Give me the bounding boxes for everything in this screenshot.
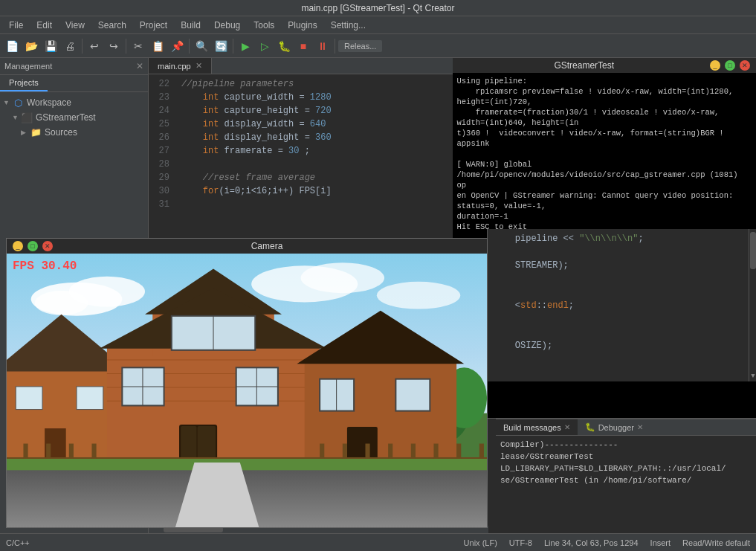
menu-view[interactable]: View — [59, 19, 91, 32]
status-left: C/C++ — [6, 538, 30, 547]
editor-tabs: main.cpp ✕ — [149, 58, 453, 74]
debug-button[interactable]: 🐛 — [275, 37, 293, 55]
toolbar-sep-5 — [335, 39, 335, 54]
menu-edit[interactable]: Edit — [30, 19, 58, 32]
title-bar: main.cpp [GStreamerTest] - Qt Creator — [0, 0, 756, 16]
menu-tools[interactable]: Tools — [248, 19, 280, 32]
gstreamer-title-bar: GStreamerTest _ □ ✕ — [453, 58, 757, 73]
tree-item-sources[interactable]: ▶ 📁 Sources — [18, 125, 148, 140]
new-file-button[interactable]: 📄 — [3, 37, 21, 55]
rc-line-1: pipeline << "\\n\\n\\n"; — [494, 232, 750, 245]
rc-line-2 — [494, 245, 750, 259]
menu-debug[interactable]: Debug — [208, 19, 246, 32]
term-line-5 — [457, 149, 752, 159]
cut-button[interactable]: ✂ — [129, 37, 147, 55]
menu-plugins[interactable]: Plugins — [282, 19, 323, 32]
right-code-scrollbar-thumb[interactable] — [750, 232, 756, 269]
replace-button[interactable]: 🔄 — [212, 37, 230, 55]
right-code-panel: pipeline << "\\n\\n\\n"; STREAMER); <std… — [487, 229, 756, 381]
build-tab-label: Build messages — [503, 423, 561, 432]
camera-close-button[interactable]: ✕ — [42, 241, 53, 251]
ln-29: 29 — [155, 171, 169, 184]
app-window: main.cpp [GStreamerTest] - Qt Creator Fi… — [0, 0, 756, 551]
tab-projects[interactable]: Projects — [0, 75, 48, 91]
ln-23: 23 — [155, 91, 169, 104]
scroll-down-arrow[interactable]: ▼ — [749, 371, 756, 381]
right-code-scrollbar[interactable]: ▼ — [749, 229, 756, 381]
svg-rect-58 — [7, 459, 487, 470]
title-text: main.cpp [GStreamerTest] - Qt Creator — [301, 3, 454, 13]
svg-rect-17 — [16, 387, 42, 410]
status-bar: C/C++ Unix (LF) UTF-8 Line 34, Col 63, P… — [0, 533, 756, 551]
tree-item-project[interactable]: ▼ ⬛ GStreamerTest — [9, 110, 148, 125]
camera-minimize-button[interactable]: _ — [13, 241, 23, 251]
menu-project[interactable]: Project — [134, 19, 173, 32]
tree-item-workspace[interactable]: ▼ ⬡ Workspace — [0, 95, 148, 110]
minimize-button[interactable]: _ — [710, 60, 720, 71]
search-button[interactable]: 🔍 — [193, 37, 210, 55]
camera-scene — [7, 254, 487, 527]
menu-search[interactable]: Search — [92, 19, 132, 32]
panel-header: Management ✕ — [0, 58, 148, 75]
paste-button[interactable]: 📌 — [168, 37, 186, 55]
build-line-4: se/GStreamerTest (in /home/pi/software/ — [500, 474, 752, 486]
sources-label: Sources — [45, 127, 77, 138]
project-icon: ⬛ — [21, 112, 33, 123]
menu-build[interactable]: Build — [175, 19, 207, 32]
build-run-button[interactable]: ▶ — [236, 37, 254, 55]
status-encoding: UTF-8 — [509, 538, 532, 547]
rc-line-3: STREAMER); — [494, 259, 750, 272]
rc-line-9: OSIZE); — [494, 339, 750, 352]
workspace-label: Workspace — [27, 97, 71, 108]
camera-content: FPS 30.40 — [7, 254, 487, 527]
copy-button[interactable]: 📋 — [149, 37, 167, 55]
code-line-23: int capture_width = 1280 — [181, 91, 447, 104]
workspace-arrow: ▼ — [3, 99, 12, 106]
build-tab-close[interactable]: ✕ — [564, 423, 570, 431]
fps-display: FPS 30.40 — [13, 260, 77, 273]
build-line-2: lease/GStreamerTest — [500, 451, 752, 463]
tab-debugger[interactable]: 🐛 Debugger ✕ — [578, 419, 650, 435]
term-line-8: duration=-1 — [457, 211, 752, 222]
redo-button[interactable]: ↪ — [105, 37, 123, 55]
window-controls: _ □ ✕ — [710, 60, 750, 71]
code-line-25: int display_width = 640 — [181, 117, 447, 131]
status-position: Line 34, Col 63, Pos 1294 — [544, 538, 639, 547]
code-line-26: int display_height = 360 — [181, 131, 447, 144]
term-line-2: rpicamsrc preview=false ! video/x-raw, w… — [457, 86, 752, 107]
debugger-tab-close[interactable]: ✕ — [637, 423, 643, 431]
rc-line-7 — [494, 312, 750, 326]
bottom-tabs: Build messages ✕ 🐛 Debugger ✕ ✕ — [496, 419, 756, 436]
project-label: GStreamerTest — [36, 112, 96, 123]
maximize-button[interactable]: □ — [725, 60, 735, 71]
open-file-button[interactable]: 📂 — [22, 37, 40, 55]
tab-build-messages[interactable]: Build messages ✕ — [496, 419, 578, 435]
tab-close-button[interactable]: ✕ — [196, 61, 202, 71]
editor-tab-main[interactable]: main.cpp ✕ — [149, 58, 212, 74]
sources-arrow: ▶ — [21, 129, 30, 136]
code-line-24: int capture_height = 720 — [181, 104, 447, 117]
rc-line-6: <std::endl; — [494, 299, 750, 312]
toolbar-sep-2 — [126, 39, 126, 54]
undo-button[interactable]: ↩ — [85, 37, 103, 55]
sources-icon: 📁 — [30, 126, 42, 138]
save-button[interactable]: 💾 — [42, 37, 59, 55]
close-button[interactable]: ✕ — [740, 60, 750, 71]
ln-25: 25 — [155, 117, 169, 131]
build-line-3: LD_LIBRARY_PATH=$LD_LIBRARY_PATH:.:/usr/… — [500, 463, 752, 474]
tab-filename: main.cpp — [158, 62, 191, 71]
break-button[interactable]: ⏸ — [314, 37, 332, 55]
camera-win-controls: _ □ ✕ — [13, 241, 53, 251]
release-selector[interactable]: Releas... — [338, 40, 382, 52]
run-button[interactable]: ▷ — [256, 37, 274, 55]
stop-button[interactable]: ■ — [294, 37, 312, 55]
toolbar-sep-3 — [189, 39, 190, 54]
term-line-3: framerate=(fraction)30/1 ! videoscale ! … — [457, 107, 752, 128]
print-button[interactable]: 🖨 — [61, 37, 79, 55]
menu-file[interactable]: File — [3, 19, 29, 32]
panel-title: Management — [4, 62, 52, 71]
term-line-4: t)360 ! videoconvert ! video/x-raw, form… — [457, 128, 752, 149]
camera-maximize-button[interactable]: □ — [28, 241, 38, 251]
panel-close-button[interactable]: ✕ — [136, 61, 143, 71]
menu-settings[interactable]: Setting... — [325, 19, 372, 32]
